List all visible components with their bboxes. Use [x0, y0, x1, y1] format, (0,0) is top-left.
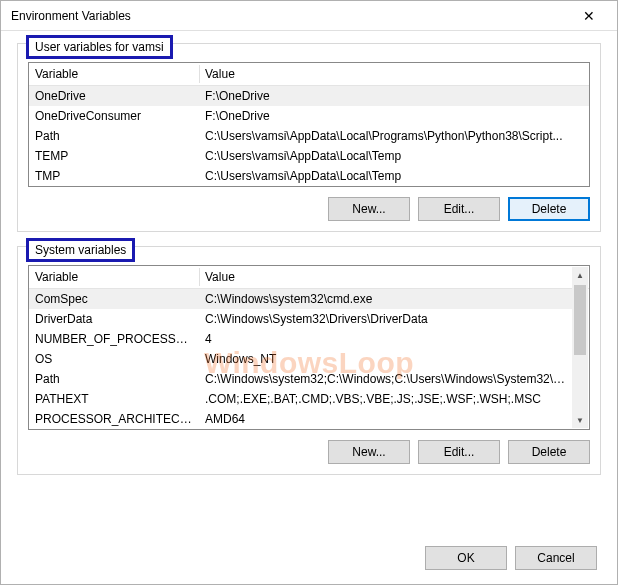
user-variables-body: OneDriveF:\OneDriveOneDriveConsumerF:\On… [29, 86, 589, 186]
system-new-button[interactable]: New... [328, 440, 410, 464]
window-title: Environment Variables [11, 9, 569, 23]
variable-name-cell: DriverData [29, 310, 199, 328]
column-header-value[interactable]: Value [199, 266, 589, 288]
column-header-value[interactable]: Value [199, 63, 589, 85]
system-variables-body: ComSpecC:\Windows\system32\cmd.exeDriver… [29, 289, 589, 429]
system-delete-button[interactable]: Delete [508, 440, 590, 464]
variable-name-cell: ComSpec [29, 290, 199, 308]
column-header-variable[interactable]: Variable [29, 63, 199, 85]
variable-value-cell: 4 [199, 330, 573, 348]
table-row[interactable]: OneDriveF:\OneDrive [29, 86, 589, 106]
variable-value-cell: C:\Users\vamsi\AppData\Local\Temp [199, 167, 589, 185]
user-delete-button[interactable]: Delete [508, 197, 590, 221]
user-variables-buttons: New... Edit... Delete [28, 197, 590, 221]
user-edit-button[interactable]: Edit... [418, 197, 500, 221]
scroll-up-icon[interactable]: ▲ [572, 267, 588, 283]
system-variables-buttons: New... Edit... Delete [28, 440, 590, 464]
variable-value-cell: Windows_NT [199, 350, 573, 368]
variable-value-cell: F:\OneDrive [199, 107, 589, 125]
system-variables-group: System variables Variable Value ComSpecC… [17, 246, 601, 475]
user-variables-group: User variables for vamsi Variable Value … [17, 43, 601, 232]
close-button[interactable]: ✕ [569, 2, 609, 30]
table-row[interactable]: PATHEXT.COM;.EXE;.BAT;.CMD;.VBS;.VBE;.JS… [29, 389, 573, 409]
ok-button[interactable]: OK [425, 546, 507, 570]
table-row[interactable]: OSWindows_NT [29, 349, 573, 369]
content-area: User variables for vamsi Variable Value … [1, 31, 617, 485]
variable-value-cell: AMD64 [199, 410, 573, 428]
user-variables-table[interactable]: Variable Value OneDriveF:\OneDriveOneDri… [28, 62, 590, 187]
titlebar: Environment Variables ✕ [1, 1, 617, 31]
variable-value-cell: C:\Users\vamsi\AppData\Local\Programs\Py… [199, 127, 589, 145]
system-edit-button[interactable]: Edit... [418, 440, 500, 464]
table-row[interactable]: PathC:\Users\vamsi\AppData\Local\Program… [29, 126, 589, 146]
scroll-thumb[interactable] [574, 285, 586, 355]
system-variables-legend: System variables [26, 238, 135, 262]
variable-value-cell: F:\OneDrive [199, 87, 589, 105]
system-variables-table[interactable]: Variable Value ComSpecC:\Windows\system3… [28, 265, 590, 430]
variable-name-cell: TMP [29, 167, 199, 185]
variable-value-cell: .COM;.EXE;.BAT;.CMD;.VBS;.VBE;.JS;.JSE;.… [199, 390, 573, 408]
table-row[interactable]: TMPC:\Users\vamsi\AppData\Local\Temp [29, 166, 589, 186]
table-row[interactable]: ComSpecC:\Windows\system32\cmd.exe [29, 289, 573, 309]
variable-name-cell: Path [29, 127, 199, 145]
table-row[interactable]: DriverDataC:\Windows\System32\Drivers\Dr… [29, 309, 573, 329]
table-row[interactable]: TEMPC:\Users\vamsi\AppData\Local\Temp [29, 146, 589, 166]
variable-name-cell: PATHEXT [29, 390, 199, 408]
table-row[interactable]: OneDriveConsumerF:\OneDrive [29, 106, 589, 126]
table-row[interactable]: PROCESSOR_ARCHITECTUREAMD64 [29, 409, 573, 429]
variable-value-cell: C:\Windows\System32\Drivers\DriverData [199, 310, 573, 328]
variable-name-cell: TEMP [29, 147, 199, 165]
table-row[interactable]: NUMBER_OF_PROCESSORS4 [29, 329, 573, 349]
variable-name-cell: OneDriveConsumer [29, 107, 199, 125]
variable-name-cell: OneDrive [29, 87, 199, 105]
close-icon: ✕ [583, 8, 595, 24]
variable-value-cell: C:\Users\vamsi\AppData\Local\Temp [199, 147, 589, 165]
system-variables-header: Variable Value [29, 266, 589, 289]
dialog-buttons: OK Cancel [425, 546, 597, 570]
cancel-button[interactable]: Cancel [515, 546, 597, 570]
user-variables-header: Variable Value [29, 63, 589, 86]
column-header-variable[interactable]: Variable [29, 266, 199, 288]
variable-name-cell: Path [29, 370, 199, 388]
variable-value-cell: C:\Windows\system32;C:\Windows;C:\Users\… [199, 370, 573, 388]
table-row[interactable]: PathC:\Windows\system32;C:\Windows;C:\Us… [29, 369, 573, 389]
variable-value-cell: C:\Windows\system32\cmd.exe [199, 290, 573, 308]
variable-name-cell: OS [29, 350, 199, 368]
user-variables-legend: User variables for vamsi [26, 35, 173, 59]
scrollbar[interactable]: ▲ ▼ [572, 267, 588, 428]
variable-name-cell: NUMBER_OF_PROCESSORS [29, 330, 199, 348]
user-new-button[interactable]: New... [328, 197, 410, 221]
variable-name-cell: PROCESSOR_ARCHITECTURE [29, 410, 199, 428]
scroll-down-icon[interactable]: ▼ [572, 412, 588, 428]
